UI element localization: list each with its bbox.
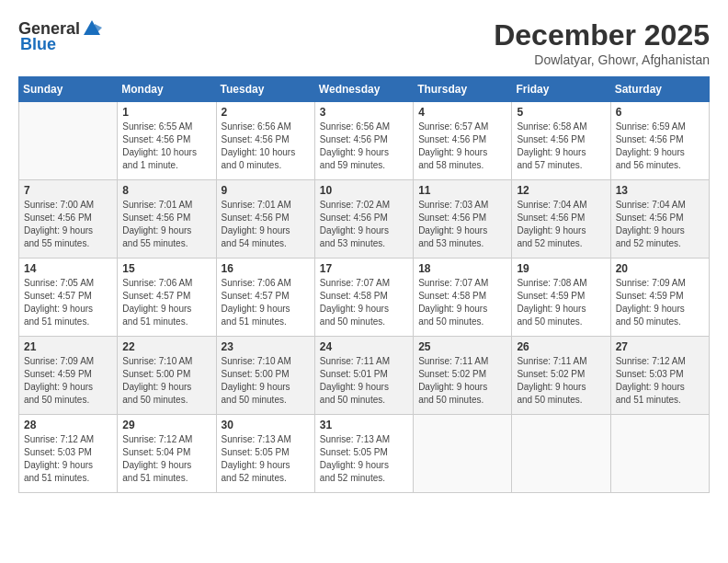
calendar-cell: 28Sunrise: 7:12 AM Sunset: 5:03 PM Dayli…	[19, 415, 118, 493]
day-number: 15	[122, 262, 210, 275]
day-number: 16	[222, 262, 310, 275]
day-number: 19	[517, 262, 605, 275]
day-info: Sunrise: 7:06 AM Sunset: 4:57 PM Dayligh…	[222, 277, 310, 328]
page-subtitle: Dowlatyar, Ghowr, Afghanistan	[494, 52, 710, 67]
day-number: 24	[320, 340, 408, 353]
calendar-cell: 5Sunrise: 6:58 AM Sunset: 4:56 PM Daylig…	[512, 102, 610, 180]
header-friday: Friday	[512, 77, 610, 102]
calendar-cell	[610, 415, 709, 493]
day-number: 18	[418, 262, 506, 275]
day-number: 9	[222, 184, 310, 197]
day-info: Sunrise: 6:59 AM Sunset: 4:56 PM Dayligh…	[616, 121, 704, 172]
day-number: 27	[616, 340, 704, 353]
day-info: Sunrise: 7:00 AM Sunset: 4:56 PM Dayligh…	[24, 199, 112, 250]
calendar-cell: 7Sunrise: 7:00 AM Sunset: 4:56 PM Daylig…	[19, 180, 118, 259]
day-info: Sunrise: 7:03 AM Sunset: 4:56 PM Dayligh…	[418, 199, 506, 250]
header-thursday: Thursday	[414, 77, 512, 102]
calendar-cell: 1Sunrise: 6:55 AM Sunset: 4:56 PM Daylig…	[118, 102, 216, 180]
calendar-cell: 14Sunrise: 7:05 AM Sunset: 4:57 PM Dayli…	[19, 259, 118, 337]
day-info: Sunrise: 6:56 AM Sunset: 4:56 PM Dayligh…	[320, 121, 408, 172]
calendar-cell: 18Sunrise: 7:07 AM Sunset: 4:58 PM Dayli…	[414, 259, 512, 337]
calendar-cell: 29Sunrise: 7:12 AM Sunset: 5:04 PM Dayli…	[118, 415, 216, 493]
day-number: 4	[418, 106, 506, 119]
calendar-cell	[414, 415, 512, 493]
day-info: Sunrise: 7:11 AM Sunset: 5:02 PM Dayligh…	[418, 355, 506, 407]
day-info: Sunrise: 7:11 AM Sunset: 5:01 PM Dayligh…	[320, 355, 408, 407]
day-number: 2	[222, 106, 310, 119]
calendar-cell: 23Sunrise: 7:10 AM Sunset: 5:00 PM Dayli…	[216, 337, 314, 415]
calendar-cell: 24Sunrise: 7:11 AM Sunset: 5:01 PM Dayli…	[314, 337, 413, 415]
day-info: Sunrise: 7:04 AM Sunset: 4:56 PM Dayligh…	[517, 199, 605, 250]
day-number: 6	[616, 106, 704, 119]
header: General Blue December 2025 Dowlatyar, Gh…	[18, 18, 710, 67]
day-info: Sunrise: 6:57 AM Sunset: 4:56 PM Dayligh…	[418, 121, 506, 172]
logo: General Blue	[18, 18, 104, 54]
day-info: Sunrise: 7:07 AM Sunset: 4:58 PM Dayligh…	[320, 277, 408, 328]
header-sunday: Sunday	[19, 77, 118, 102]
day-number: 22	[122, 340, 210, 353]
calendar-cell: 13Sunrise: 7:04 AM Sunset: 4:56 PM Dayli…	[610, 180, 709, 259]
day-info: Sunrise: 6:55 AM Sunset: 4:56 PM Dayligh…	[122, 121, 210, 172]
day-info: Sunrise: 7:13 AM Sunset: 5:05 PM Dayligh…	[222, 433, 310, 485]
calendar-cell: 8Sunrise: 7:01 AM Sunset: 4:56 PM Daylig…	[118, 180, 216, 259]
calendar-cell: 19Sunrise: 7:08 AM Sunset: 4:59 PM Dayli…	[512, 259, 610, 337]
day-number: 25	[418, 340, 506, 353]
calendar-cell: 15Sunrise: 7:06 AM Sunset: 4:57 PM Dayli…	[118, 259, 216, 337]
day-info: Sunrise: 7:11 AM Sunset: 5:02 PM Dayligh…	[517, 355, 605, 407]
calendar-table: SundayMondayTuesdayWednesdayThursdayFrid…	[18, 76, 710, 493]
calendar-week-3: 14Sunrise: 7:05 AM Sunset: 4:57 PM Dayli…	[19, 259, 710, 337]
day-info: Sunrise: 7:04 AM Sunset: 4:56 PM Dayligh…	[616, 199, 704, 250]
day-info: Sunrise: 7:05 AM Sunset: 4:57 PM Dayligh…	[24, 277, 112, 328]
day-number: 23	[222, 340, 310, 353]
calendar-cell: 10Sunrise: 7:02 AM Sunset: 4:56 PM Dayli…	[314, 180, 413, 259]
logo-blue: Blue	[20, 35, 56, 54]
day-info: Sunrise: 7:09 AM Sunset: 4:59 PM Dayligh…	[24, 355, 112, 407]
calendar-cell: 31Sunrise: 7:13 AM Sunset: 5:05 PM Dayli…	[314, 415, 413, 493]
calendar-week-5: 28Sunrise: 7:12 AM Sunset: 5:03 PM Dayli…	[19, 415, 710, 493]
day-number: 31	[320, 419, 408, 431]
day-number: 10	[320, 184, 408, 197]
title-area: December 2025 Dowlatyar, Ghowr, Afghanis…	[494, 18, 710, 67]
day-info: Sunrise: 6:56 AM Sunset: 4:56 PM Dayligh…	[222, 121, 310, 172]
calendar-week-1: 1Sunrise: 6:55 AM Sunset: 4:56 PM Daylig…	[19, 102, 710, 180]
day-number: 28	[24, 419, 112, 431]
calendar-week-2: 7Sunrise: 7:00 AM Sunset: 4:56 PM Daylig…	[19, 180, 710, 259]
calendar-cell: 2Sunrise: 6:56 AM Sunset: 4:56 PM Daylig…	[216, 102, 314, 180]
header-monday: Monday	[118, 77, 216, 102]
header-wednesday: Wednesday	[314, 77, 413, 102]
calendar-cell: 30Sunrise: 7:13 AM Sunset: 5:05 PM Dayli…	[216, 415, 314, 493]
day-number: 3	[320, 106, 408, 119]
calendar-cell: 25Sunrise: 7:11 AM Sunset: 5:02 PM Dayli…	[414, 337, 512, 415]
calendar-cell: 12Sunrise: 7:04 AM Sunset: 4:56 PM Dayli…	[512, 180, 610, 259]
day-info: Sunrise: 7:01 AM Sunset: 4:56 PM Dayligh…	[122, 199, 210, 250]
day-info: Sunrise: 7:07 AM Sunset: 4:58 PM Dayligh…	[418, 277, 506, 328]
day-info: Sunrise: 7:12 AM Sunset: 5:03 PM Dayligh…	[24, 433, 112, 485]
day-number: 17	[320, 262, 408, 275]
day-number: 11	[418, 184, 506, 197]
header-tuesday: Tuesday	[216, 77, 314, 102]
day-info: Sunrise: 7:13 AM Sunset: 5:05 PM Dayligh…	[320, 433, 408, 485]
calendar-cell: 22Sunrise: 7:10 AM Sunset: 5:00 PM Dayli…	[118, 337, 216, 415]
calendar-cell: 4Sunrise: 6:57 AM Sunset: 4:56 PM Daylig…	[414, 102, 512, 180]
calendar-cell: 17Sunrise: 7:07 AM Sunset: 4:58 PM Dayli…	[314, 259, 413, 337]
day-number: 14	[24, 262, 112, 275]
day-number: 8	[122, 184, 210, 197]
logo-icon	[82, 18, 102, 39]
day-info: Sunrise: 6:58 AM Sunset: 4:56 PM Dayligh…	[517, 121, 605, 172]
calendar-cell: 9Sunrise: 7:01 AM Sunset: 4:56 PM Daylig…	[216, 180, 314, 259]
day-number: 1	[122, 106, 210, 119]
day-number: 13	[616, 184, 704, 197]
calendar-cell: 27Sunrise: 7:12 AM Sunset: 5:03 PM Dayli…	[610, 337, 709, 415]
day-info: Sunrise: 7:01 AM Sunset: 4:56 PM Dayligh…	[222, 199, 310, 250]
day-number: 20	[616, 262, 704, 275]
header-saturday: Saturday	[610, 77, 709, 102]
day-info: Sunrise: 7:12 AM Sunset: 5:03 PM Dayligh…	[616, 355, 704, 407]
calendar-header-row: SundayMondayTuesdayWednesdayThursdayFrid…	[19, 77, 710, 102]
day-info: Sunrise: 7:12 AM Sunset: 5:04 PM Dayligh…	[122, 433, 210, 485]
page-title: December 2025	[494, 18, 710, 52]
calendar-cell	[19, 102, 118, 180]
calendar-cell: 16Sunrise: 7:06 AM Sunset: 4:57 PM Dayli…	[216, 259, 314, 337]
day-number: 21	[24, 340, 112, 353]
calendar-cell: 26Sunrise: 7:11 AM Sunset: 5:02 PM Dayli…	[512, 337, 610, 415]
day-number: 30	[222, 419, 310, 431]
